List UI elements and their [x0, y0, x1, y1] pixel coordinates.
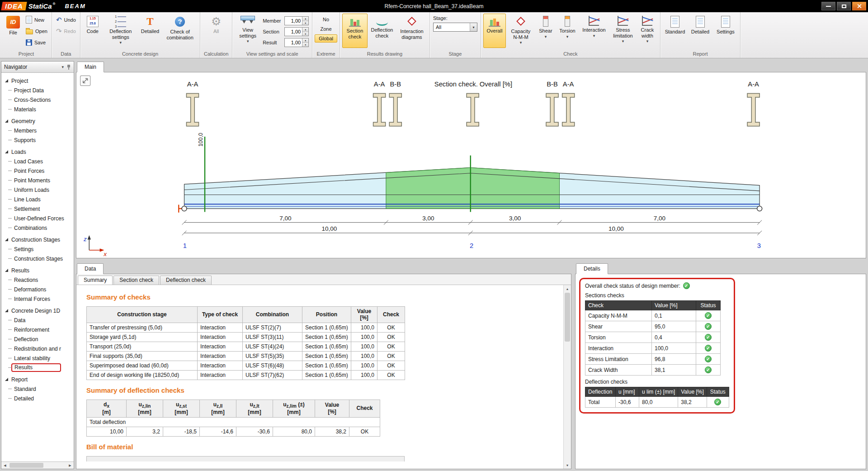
- dropdown-arrow-icon[interactable]: ▾: [61, 65, 64, 69]
- stepper-up[interactable]: ▲: [302, 38, 308, 43]
- expander-icon[interactable]: [5, 79, 8, 82]
- navigator-item-load-cases[interactable]: Load Cases: [1, 157, 74, 166]
- deflection-check-drawing-button[interactable]: Deflection check: [368, 14, 396, 48]
- navigator-group-loads[interactable]: Loads: [1, 147, 74, 157]
- pin-icon[interactable]: [66, 64, 71, 70]
- result-scale-input[interactable]: [285, 38, 302, 47]
- navigator-group-project[interactable]: Project: [1, 76, 74, 86]
- scroll-left-icon[interactable]: ◀: [1, 462, 9, 469]
- data-vertical-scrollbar[interactable]: ▲ ▼: [563, 285, 571, 469]
- fit-view-button[interactable]: [80, 76, 90, 86]
- new-button[interactable]: New: [24, 14, 49, 25]
- tab-main[interactable]: Main: [77, 62, 104, 72]
- navigator-item-cross-sections[interactable]: Cross-Sections: [1, 95, 74, 105]
- code-button[interactable]: 1.1525.8 Code: [83, 14, 103, 48]
- extreme-zone-button[interactable]: Zone: [315, 25, 337, 33]
- extreme-no-button[interactable]: No: [315, 15, 337, 24]
- navigator-item-materials[interactable]: Materials: [1, 105, 74, 114]
- navigator-item-combinations[interactable]: Combinations: [1, 223, 74, 233]
- scrollbar-thumb[interactable]: [9, 463, 43, 468]
- section-scale-input[interactable]: [285, 28, 302, 36]
- navigator-item-point-moments[interactable]: Point Moments: [1, 176, 74, 185]
- stage-dropdown[interactable]: All ▾: [433, 23, 477, 32]
- scroll-right-icon[interactable]: ▶: [66, 462, 74, 469]
- navigator-item-deflection[interactable]: Deflection: [1, 334, 74, 344]
- torsion-check-button[interactable]: Torsion ▾: [557, 14, 578, 48]
- save-button[interactable]: Save: [24, 37, 49, 48]
- minimize-button[interactable]: [821, 2, 835, 10]
- subtab-summary[interactable]: Summary: [78, 276, 113, 285]
- scrollbar-thumb[interactable]: [565, 293, 570, 342]
- subtab-deflection-check[interactable]: Deflection check: [160, 276, 212, 285]
- navigator-item-reinforcement[interactable]: Reinforcement: [1, 325, 74, 334]
- member-scale-input[interactable]: [285, 17, 302, 25]
- deflection-settings-button[interactable]: 1 2 3 Deflection settings ▾: [104, 14, 138, 48]
- navigator-item-lateral-stability[interactable]: Lateral stability: [1, 353, 74, 363]
- expander-icon[interactable]: [5, 150, 8, 153]
- navigator-item-data[interactable]: Data: [1, 315, 74, 325]
- overall-check-button[interactable]: Overall: [483, 14, 506, 48]
- calculate-all-button[interactable]: ⚙ All: [203, 14, 230, 48]
- stepper-up[interactable]: ▲: [302, 28, 308, 32]
- navigator-item-internal-forces[interactable]: Internal Forces: [1, 294, 74, 304]
- navigator-group-geometry[interactable]: Geometry: [1, 116, 74, 126]
- beam-drawing-canvas[interactable]: A-A A-A B-B Section check. Overall [%] B…: [76, 72, 866, 258]
- navigator-item-detailed[interactable]: Detailed: [1, 394, 74, 403]
- view-settings-button[interactable]: View settings ▾: [235, 14, 261, 48]
- scroll-down-icon[interactable]: ▼: [564, 461, 571, 469]
- maximize-button[interactable]: [837, 2, 851, 10]
- tab-details[interactable]: Details: [576, 263, 608, 274]
- tab-data[interactable]: Data: [77, 263, 104, 274]
- navigator-item-settings[interactable]: Settings: [1, 244, 74, 254]
- navigator-horizontal-scrollbar[interactable]: ◀ ▶: [1, 461, 74, 469]
- navigator-group-construction-stages[interactable]: Construction Stages: [1, 235, 74, 244]
- navigator-item-project-data[interactable]: Project Data: [1, 86, 74, 95]
- navigator-item-reactions[interactable]: Reactions: [1, 275, 74, 285]
- capacity-check-button[interactable]: Capacity N-M-M ▾: [507, 14, 535, 48]
- navigator-item-deformations[interactable]: Deformations: [1, 285, 74, 294]
- stepper-up[interactable]: ▲: [302, 17, 308, 21]
- expander-icon[interactable]: [5, 269, 8, 272]
- navigator-item-standard[interactable]: Standard: [1, 384, 74, 394]
- undo-button[interactable]: ↶Undo: [54, 14, 78, 25]
- open-button[interactable]: Open: [24, 26, 49, 36]
- interaction-diagrams-button[interactable]: Interaction diagrams: [396, 14, 427, 48]
- navigator-item-redistribution-and-r[interactable]: Redistribution and r: [1, 344, 74, 353]
- scroll-up-icon[interactable]: ▲: [564, 285, 571, 292]
- navigator-item-line-loads[interactable]: Line Loads: [1, 195, 74, 204]
- extreme-global-button[interactable]: Global: [315, 34, 337, 43]
- crack-width-check-button[interactable]: Crack width ▾: [637, 14, 658, 48]
- redo-button[interactable]: ↷Redo: [54, 26, 78, 36]
- stepper-down[interactable]: ▼: [302, 43, 308, 47]
- navigator-header[interactable]: Navigator ▾: [1, 62, 74, 73]
- navigator-group-concrete-design-1d[interactable]: Concrete Design 1D: [1, 306, 74, 315]
- navigator-item-members[interactable]: Members: [1, 126, 74, 135]
- expander-icon[interactable]: [5, 119, 8, 123]
- expander-icon[interactable]: [5, 309, 8, 312]
- interaction-check-button[interactable]: Interaction ▾: [579, 14, 609, 48]
- section-check-drawing-button[interactable]: Section check: [342, 14, 368, 48]
- navigator-item-construction-stages[interactable]: Construction Stages: [1, 254, 74, 263]
- navigator-item-supports[interactable]: Supports: [1, 135, 74, 145]
- file-button[interactable]: ID File: [3, 14, 23, 48]
- shear-check-button[interactable]: Shear ▾: [536, 14, 556, 48]
- navigator-item-results[interactable]: Results: [1, 363, 74, 372]
- navigator-item-user-defined-forces[interactable]: User-Defined Forces: [1, 214, 74, 223]
- expander-icon[interactable]: [5, 238, 8, 241]
- close-button[interactable]: [852, 2, 866, 10]
- navigator-group-report[interactable]: Report: [1, 375, 74, 384]
- navigator-item-uniform-loads[interactable]: Uniform Loads: [1, 185, 74, 195]
- report-detailed-button[interactable]: Detailed: [688, 14, 712, 48]
- check-of-combination-button[interactable]: ? Check of combination: [162, 14, 198, 48]
- stress-limitation-check-button[interactable]: Stress limitation ▾: [610, 14, 636, 48]
- dropdown-arrow-icon[interactable]: ▾: [470, 23, 477, 31]
- detailed-design-button[interactable]: T Detailed: [139, 14, 161, 48]
- subtab-section-check[interactable]: Section check: [113, 276, 159, 285]
- navigator-item-point-forces[interactable]: Point Forces: [1, 166, 74, 176]
- stepper-down[interactable]: ▼: [302, 21, 308, 25]
- navigator-group-results[interactable]: Results: [1, 266, 74, 275]
- report-standard-button[interactable]: Standard: [663, 14, 687, 48]
- stepper-down[interactable]: ▼: [302, 32, 308, 36]
- expander-icon[interactable]: [5, 378, 8, 381]
- report-settings-button[interactable]: Settings: [713, 14, 738, 48]
